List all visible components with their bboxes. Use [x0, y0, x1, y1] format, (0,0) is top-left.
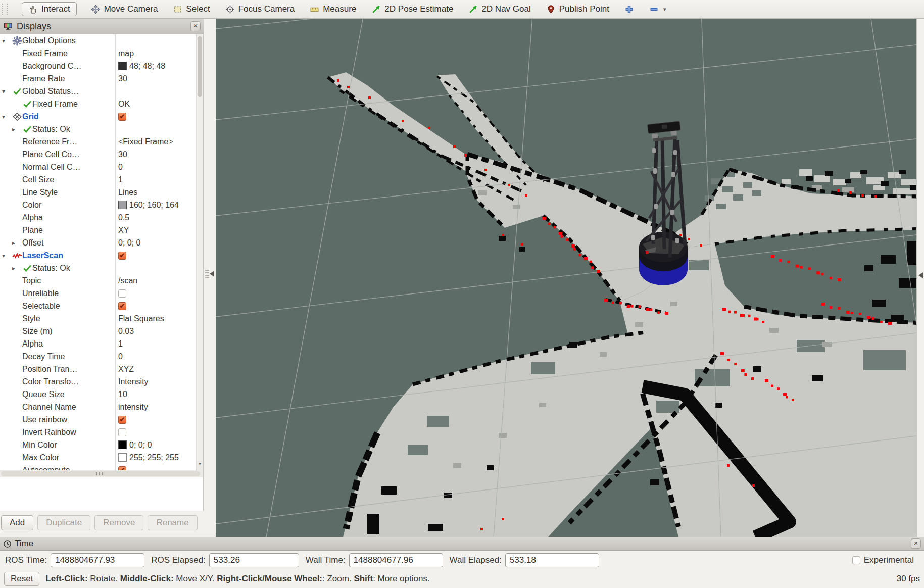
checkbox[interactable]: ✔: [118, 113, 126, 121]
tool-measure[interactable]: Measure: [309, 3, 357, 16]
scrollbar-grip[interactable]: [96, 472, 105, 475]
ros-time-input[interactable]: [51, 553, 144, 567]
property-value[interactable]: [118, 426, 126, 438]
tree-row-frame-rate[interactable]: Frame Rate30: [0, 72, 203, 85]
tree-row-global-status[interactable]: ▾Global Status…: [0, 85, 203, 97]
experimental-checkbox[interactable]: [852, 556, 860, 564]
tree-row-reference-fr[interactable]: Reference Fr…<Fixed Frame>: [0, 135, 203, 148]
property-value[interactable]: OK: [118, 97, 130, 110]
property-value[interactable]: 0.03: [118, 325, 134, 337]
tool-add-tool-plus-icon[interactable]: [623, 3, 635, 16]
property-value[interactable]: 30: [118, 148, 127, 161]
property-value[interactable]: [118, 287, 126, 300]
property-value[interactable]: ✔: [118, 464, 126, 470]
tree-row-alpha[interactable]: Alpha0.5: [0, 211, 203, 224]
collapse-left-arrow-icon[interactable]: [210, 271, 214, 277]
checkbox[interactable]: ✔: [118, 416, 126, 424]
property-value[interactable]: 0: [118, 350, 123, 363]
checkbox[interactable]: ✔: [118, 466, 126, 471]
remove-button[interactable]: Remove: [94, 515, 143, 530]
tree-row-alpha[interactable]: Alpha1: [0, 337, 203, 350]
tree-row-color-transfo[interactable]: Color Transfo…Intensity: [0, 375, 203, 388]
expander-open-icon[interactable]: ▾: [2, 37, 12, 44]
right-panel-strip[interactable]: [916, 19, 924, 537]
duplicate-button[interactable]: Duplicate: [37, 515, 90, 530]
property-value[interactable]: 0.5: [118, 211, 129, 224]
tree-row-position-tran[interactable]: Position Tran…XYZ: [0, 363, 203, 375]
tree-row-laserscan[interactable]: ▾LaserScan✔: [0, 249, 203, 262]
property-value[interactable]: Lines: [118, 186, 137, 199]
tree-horizontal-scrollbar[interactable]: [0, 470, 204, 477]
render-viewport-3d[interactable]: [216, 19, 916, 537]
tree-row-normal-cell-c[interactable]: Normal Cell C…0: [0, 161, 203, 173]
displays-tree[interactable]: ▾Global OptionsFixed FramemapBackground …: [0, 34, 204, 470]
tree-row-autocompute[interactable]: Autocompute…✔: [0, 464, 203, 470]
tree-row-status-ok[interactable]: ▸Status: Ok: [0, 123, 203, 135]
ros-elapsed-input[interactable]: [209, 553, 299, 567]
property-value[interactable]: 0; 0; 0: [118, 438, 152, 451]
tree-row-selectable[interactable]: Selectable✔: [0, 300, 203, 312]
tree-row-line-style[interactable]: Line StyleLines: [0, 186, 203, 199]
expander-open-icon[interactable]: ▾: [2, 113, 12, 120]
tool-publish-point[interactable]: Publish Point: [545, 3, 610, 16]
property-value[interactable]: 160; 160; 164: [118, 199, 179, 211]
scrollbar-thumb[interactable]: [198, 36, 202, 97]
tree-row-offset[interactable]: ▸Offset0; 0; 0: [0, 236, 203, 249]
tool-2d-nav-goal[interactable]: 2D Nav Goal: [467, 3, 531, 16]
reset-button[interactable]: Reset: [4, 572, 39, 586]
tree-row-fixed-frame[interactable]: Fixed FrameOK: [0, 97, 203, 110]
property-value[interactable]: /scan: [118, 274, 137, 287]
checkbox[interactable]: [118, 428, 126, 436]
tool-interact[interactable]: Interact: [22, 2, 77, 16]
tree-row-global-options[interactable]: ▾Global Options: [0, 34, 203, 47]
rename-button[interactable]: Rename: [148, 515, 197, 530]
toolbar-drag-handle[interactable]: [2, 4, 8, 15]
checkbox[interactable]: ✔: [118, 252, 126, 260]
property-value[interactable]: map: [118, 47, 134, 60]
property-value[interactable]: XYZ: [118, 363, 134, 375]
expander-closed-icon[interactable]: ▸: [12, 265, 22, 272]
property-value[interactable]: 1: [118, 337, 123, 350]
tree-row-fixed-frame[interactable]: Fixed Framemap: [0, 47, 203, 60]
color-swatch[interactable]: [118, 201, 127, 209]
tree-row-size-m[interactable]: Size (m)0.03: [0, 325, 203, 337]
property-value[interactable]: ✔: [118, 110, 126, 123]
property-value[interactable]: XY: [118, 224, 129, 236]
property-value[interactable]: 0; 0; 0: [118, 236, 140, 249]
tree-vertical-scrollbar[interactable]: ▾: [196, 34, 203, 470]
tree-row-decay-time[interactable]: Decay Time0: [0, 350, 203, 363]
wall-time-input[interactable]: [349, 553, 443, 567]
tree-row-style[interactable]: StyleFlat Squares: [0, 312, 203, 325]
tool-select[interactable]: Select: [172, 3, 211, 16]
property-value[interactable]: 255; 255; 255: [118, 451, 179, 464]
time-close-icon[interactable]: ✕: [911, 538, 921, 549]
tool-move-camera[interactable]: Move Camera: [90, 3, 159, 16]
panel-splitter[interactable]: [204, 19, 216, 537]
property-value[interactable]: 30: [118, 72, 127, 85]
tree-row-plane[interactable]: PlaneXY: [0, 224, 203, 236]
property-value[interactable]: ✔: [118, 249, 126, 262]
property-value[interactable]: ✔: [118, 413, 126, 426]
property-value[interactable]: 1: [118, 173, 123, 186]
tree-row-channel-name[interactable]: Channel Nameintensity: [0, 401, 203, 413]
tool-remove-tool-minus-icon[interactable]: ▾: [648, 3, 667, 16]
expander-open-icon[interactable]: ▾: [2, 88, 12, 95]
tree-row-max-color[interactable]: Max Color255; 255; 255: [0, 451, 203, 464]
property-value[interactable]: Flat Squares: [118, 312, 164, 325]
expander-closed-icon[interactable]: ▸: [12, 126, 22, 133]
color-swatch[interactable]: [118, 62, 127, 70]
wall-elapsed-input[interactable]: [505, 553, 599, 567]
scrollbar-down-arrow-icon[interactable]: ▾: [197, 461, 203, 470]
tree-row-min-color[interactable]: Min Color0; 0; 0: [0, 438, 203, 451]
property-value[interactable]: 48; 48; 48: [118, 60, 165, 72]
displays-close-icon[interactable]: ✕: [190, 21, 201, 31]
tree-row-invert-rainbow[interactable]: Invert Rainbow: [0, 426, 203, 438]
checkbox[interactable]: ✔: [118, 302, 126, 310]
property-value[interactable]: ✔: [118, 300, 126, 312]
property-value[interactable]: Intensity: [118, 375, 149, 388]
tree-row-queue-size[interactable]: Queue Size10: [0, 388, 203, 401]
checkbox[interactable]: [118, 289, 126, 298]
tree-row-use-rainbow[interactable]: Use rainbow✔: [0, 413, 203, 426]
tree-row-background-c[interactable]: Background C…48; 48; 48: [0, 60, 203, 72]
add-button[interactable]: Add: [1, 515, 33, 530]
